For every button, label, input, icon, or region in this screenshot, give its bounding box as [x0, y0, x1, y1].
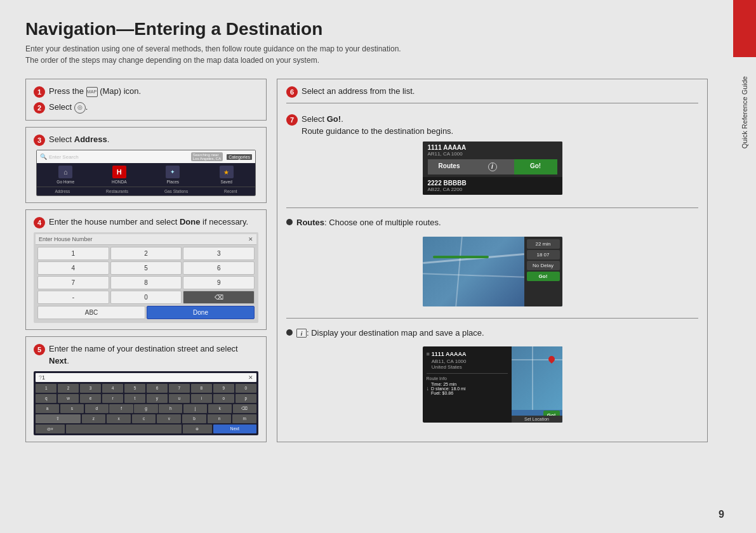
- kb-x-letter[interactable]: x: [107, 414, 131, 423]
- screen3-grid: ⌂ Go Home H HONDA ✦ Places: [37, 163, 255, 187]
- info-square-icon: i: [296, 329, 307, 338]
- kb-3[interactable]: 3: [80, 384, 101, 393]
- bottom-recent: Recent: [224, 189, 237, 194]
- kb-d[interactable]: d: [85, 404, 109, 413]
- step-2-number: 2: [34, 102, 45, 114]
- kb-8[interactable]: 8: [191, 384, 212, 393]
- sidebar-label: Quick Reference Guide: [741, 76, 748, 148]
- kb-r[interactable]: r: [102, 394, 123, 403]
- key-7[interactable]: 7: [37, 276, 109, 289]
- kb-bsp[interactable]: ⌫: [233, 404, 256, 413]
- key-4[interactable]: 4: [37, 261, 109, 275]
- categories-badge: Categories: [227, 154, 252, 160]
- step-7-container: 7 Select Go!. Route guidance to the dest…: [286, 114, 698, 199]
- kb-i[interactable]: i: [191, 394, 212, 403]
- kb-h[interactable]: h: [159, 404, 182, 413]
- key-5[interactable]: 5: [110, 261, 182, 275]
- kb-b[interactable]: b: [182, 414, 206, 423]
- kb-e[interactable]: e: [80, 394, 101, 403]
- dest-address-1: 1111 AAAAA: [432, 350, 467, 359]
- step-1-number: 1: [34, 86, 45, 98]
- routes-button[interactable]: Routes: [428, 159, 471, 174]
- key-6[interactable]: 6: [183, 261, 255, 275]
- kb-q[interactable]: q: [36, 394, 56, 403]
- kb-u[interactable]: u: [169, 394, 190, 403]
- kb-2[interactable]: 2: [58, 384, 79, 393]
- kb-m[interactable]: m: [232, 414, 256, 423]
- kb-sym[interactable]: @#: [36, 424, 65, 433]
- key-0[interactable]: 0: [110, 291, 182, 304]
- keyboard-row3: a s d f g h j k ⌫: [36, 404, 256, 413]
- step-5-number: 5: [34, 344, 45, 355]
- dest-fuel: Fuel: $0.86: [431, 391, 465, 395]
- key-8[interactable]: 8: [110, 276, 182, 289]
- kb-f[interactable]: f: [109, 404, 133, 413]
- kb-1[interactable]: 1: [36, 384, 56, 393]
- bottom-address: Address: [55, 189, 70, 194]
- kb-next[interactable]: Next: [213, 424, 256, 433]
- screen7-address2: 2222 BBBBB: [428, 180, 557, 187]
- kb-5[interactable]: 5: [124, 384, 145, 393]
- step-6-number: 6: [286, 86, 298, 98]
- kb-9[interactable]: 9: [213, 384, 234, 393]
- kb-shift[interactable]: ⇧: [36, 414, 81, 423]
- route-go-btn[interactable]: Go!: [527, 272, 560, 281]
- key-9[interactable]: 9: [183, 276, 255, 289]
- kb-g[interactable]: g: [134, 404, 157, 413]
- grid-item-saved: ★ Saved: [201, 166, 253, 184]
- info-button[interactable]: i: [471, 159, 514, 174]
- step-5-header: 5 Enter the name of your destination str…: [34, 343, 258, 367]
- kb-k[interactable]: k: [208, 404, 232, 413]
- route-opt-2: 18 07: [527, 250, 560, 260]
- key-done[interactable]: Done: [147, 306, 255, 319]
- step-7-number: 7: [286, 114, 298, 126]
- places-label: Places: [166, 180, 179, 184]
- location-badge: Searching nearLos Angeles, CA: [191, 152, 223, 161]
- kb-n[interactable]: n: [208, 414, 232, 423]
- kb-v[interactable]: v: [157, 414, 181, 423]
- kb-z[interactable]: z: [82, 414, 106, 423]
- kb-w[interactable]: w: [58, 394, 79, 403]
- key-dash[interactable]: -: [37, 291, 109, 304]
- kb-j[interactable]: j: [183, 404, 207, 413]
- bottom-restaurants: Restaurants: [106, 189, 128, 194]
- grid-item-places: ✦ Places: [147, 166, 199, 184]
- kb-6[interactable]: 6: [147, 384, 168, 393]
- bullet-info-row: i: Display your destination map and save…: [286, 327, 698, 339]
- page-title: Navigation—Entering a Destination: [25, 19, 708, 39]
- select-icon: ◎: [74, 102, 86, 114]
- kb-0[interactable]: 0: [235, 384, 256, 393]
- key-abc[interactable]: ABC: [37, 306, 145, 319]
- key-1[interactable]: 1: [37, 247, 109, 260]
- key-3[interactable]: 3: [183, 247, 255, 260]
- kb-space[interactable]: [66, 424, 182, 433]
- kb-o[interactable]: o: [213, 394, 234, 403]
- road-v1: [455, 237, 463, 306]
- dest-set-location[interactable]: Set Location: [512, 416, 562, 423]
- kb-y[interactable]: y: [147, 394, 168, 403]
- step-2-row: 2 Select ◎.: [34, 102, 258, 114]
- step-3-number: 3: [34, 135, 45, 146]
- kb-7[interactable]: 7: [169, 384, 190, 393]
- kb-4[interactable]: 4: [102, 384, 123, 393]
- dest-address-sub2: United States: [432, 364, 467, 370]
- dest-arrow-icon-row: ↓ Time: 25 min D stance: 18.0 mi Fuel: $…: [427, 382, 508, 395]
- kb-c[interactable]: c: [132, 414, 156, 423]
- kb-p[interactable]: p: [235, 394, 256, 403]
- key-backspace[interactable]: ⌫: [183, 291, 255, 304]
- key-2[interactable]: 2: [110, 247, 182, 260]
- route-opt-1: 22 min: [527, 239, 560, 249]
- go-button[interactable]: Go!: [514, 159, 557, 174]
- kb-globe[interactable]: ⊕: [183, 424, 212, 433]
- page-number: 9: [719, 509, 724, 520]
- screen7-buttons: Routes i Go!: [428, 159, 557, 174]
- left-column: 1 Press the MAP (Map) icon. 2 Select ◎.: [25, 79, 267, 442]
- screen7-bottom: 2222 BBBBB AB22, CA 2200: [423, 177, 562, 195]
- step-3-header: 3 Select Address.: [34, 134, 258, 146]
- step-4-header: 4 Enter the house number and select Done…: [34, 216, 258, 228]
- kb-s[interactable]: s: [60, 404, 84, 413]
- kb-a[interactable]: a: [36, 404, 59, 413]
- step-5-box: 5 Enter the name of your destination str…: [25, 336, 267, 442]
- map-icon: MAP: [86, 87, 98, 97]
- kb-t[interactable]: t: [124, 394, 145, 403]
